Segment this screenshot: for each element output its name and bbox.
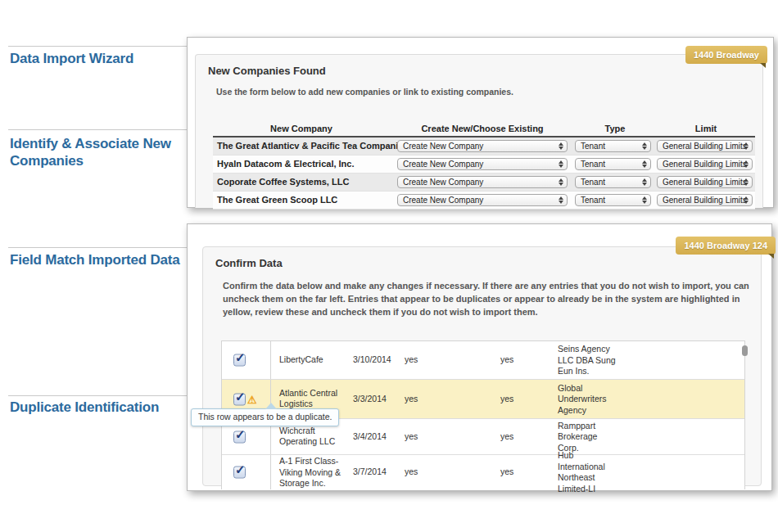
flag-cell: yes (405, 467, 418, 478)
flag-cell: yes (500, 394, 513, 405)
import-row: A-1 First Class- Viking Moving & Storage… (222, 455, 744, 489)
flag-cell: yes (405, 394, 418, 405)
row-checkbox[interactable] (233, 393, 246, 405)
step-divider (8, 395, 187, 396)
row-checkbox[interactable] (233, 354, 246, 367)
agency-cell: Global Underwriters Agency (558, 382, 607, 416)
step-label-identify-associate: Identify & Associate New Companies (10, 136, 180, 169)
select-stepper-icon (559, 178, 563, 186)
select-value: General Building Limits (663, 195, 747, 205)
agency-cell: Hub International Northeast Limited-LI (558, 450, 605, 495)
step-divider (8, 46, 187, 47)
limit-select[interactable]: General Building Limits (657, 176, 753, 188)
company-cell: LibertyCafe (279, 354, 323, 366)
select-stepper-icon (559, 196, 563, 204)
panel-title: New Companies Found (208, 65, 326, 77)
select-value: Create New Company (403, 159, 483, 169)
company-row: Coporate Coffee Systems, LLC Create New … (213, 174, 755, 192)
column-header-type: Type (605, 124, 626, 133)
select-value: Tenant (581, 195, 605, 205)
flag-cell: yes (500, 467, 513, 478)
select-stepper-icon (559, 142, 563, 150)
select-value: Create New Company (403, 141, 483, 151)
step-divider (8, 247, 187, 248)
limit-select[interactable]: General Building Limits (657, 140, 753, 152)
page: Data Import Wizard Identify & Associate … (0, 0, 778, 532)
confirm-data-card: Confirm Data Confirm the data below and … (202, 246, 762, 486)
select-stepper-icon (559, 160, 563, 168)
company-row: The Great Atlanticv & Pacific Tea Compan… (213, 138, 755, 156)
vertical-scrollbar-thumb[interactable] (742, 345, 748, 356)
panel-title: Confirm Data (215, 257, 283, 269)
select-value: General Building Limits (663, 159, 747, 169)
select-value: Create New Company (403, 177, 483, 187)
step-label-data-import-wizard: Data Import Wizard (10, 51, 180, 68)
create-choose-select[interactable]: Create New Company (397, 194, 568, 206)
column-header-create-choose: Create New/Choose Existing (421, 124, 543, 133)
date-cell: 3/7/2014 (353, 467, 387, 478)
select-stepper-icon (642, 160, 647, 168)
company-cell: Wichcraft Operating LLC (279, 426, 335, 448)
select-stepper-icon (744, 160, 749, 168)
create-choose-select[interactable]: Create New Company (397, 140, 568, 152)
flag-cell: yes (500, 354, 513, 366)
company-name: Hyaln Datacom & Electrical, Inc. (217, 156, 355, 172)
step-label-field-match: Field Match Imported Data (10, 252, 180, 269)
address-badge: 1440 Broadway 124 (676, 237, 776, 255)
company-row: The Great Green Scoop LLC Create New Com… (213, 192, 755, 210)
duplicate-warning-icon[interactable]: ⚠ (247, 393, 257, 405)
date-cell: 3/3/2014 (353, 394, 387, 405)
panel-description: Confirm the data below and make any chan… (223, 280, 753, 319)
select-value: Tenant (581, 159, 605, 169)
flag-cell: yes (405, 354, 418, 366)
new-companies-table: New Company Create New/Choose Existing T… (213, 124, 755, 210)
table-header-row: New Company Create New/Choose Existing T… (213, 124, 755, 138)
step-label-duplicate-identification: Duplicate Identification (10, 399, 180, 417)
column-header-new-company: New Company (270, 124, 332, 133)
select-stepper-icon (642, 196, 647, 204)
new-companies-card: New Companies Found Use the form below t… (195, 54, 763, 208)
import-row: LibertyCafe 3/10/2014 yes yes Seins Agen… (222, 341, 744, 380)
flag-cell: yes (500, 431, 513, 443)
create-choose-select[interactable]: Create New Company (397, 176, 568, 188)
address-badge: 1440 Broadway (685, 46, 767, 64)
flag-cell: yes (405, 431, 418, 443)
limit-select[interactable]: General Building Limits (657, 158, 753, 170)
select-value: Tenant (581, 141, 605, 151)
company-cell: Atlantic Central Logistics (279, 388, 337, 410)
agency-cell: Seins Agency LLC DBA Sung Eun Ins. (558, 344, 616, 377)
new-companies-panel: 1440 Broadway New Companies Found Use th… (187, 37, 774, 208)
select-value: General Building Limits (663, 177, 747, 187)
type-select[interactable]: Tenant (575, 140, 651, 152)
type-select[interactable]: Tenant (575, 158, 651, 170)
select-value: Tenant (581, 177, 605, 187)
limit-select[interactable]: General Building Limits (657, 194, 753, 206)
column-header-limit: Limit (695, 124, 717, 133)
company-cell: A-1 First Class- Viking Moving & Storage… (279, 456, 341, 489)
row-checkbox[interactable] (233, 431, 246, 443)
panel-subtitle: Use the form below to add new companies … (216, 87, 513, 97)
confirm-data-panel: 1440 Broadway 124 Confirm Data Confirm t… (187, 223, 772, 491)
company-name: The Great Green Scoop LLC (217, 192, 337, 208)
select-stepper-icon (744, 196, 749, 204)
select-stepper-icon (642, 142, 647, 150)
select-stepper-icon (744, 142, 749, 150)
date-cell: 3/10/2014 (353, 354, 391, 366)
company-row: Hyaln Datacom & Electrical, Inc. Create … (213, 156, 755, 174)
date-cell: 3/4/2014 (353, 431, 387, 443)
select-stepper-icon (744, 178, 749, 186)
company-name: Coporate Coffee Systems, LLC (217, 174, 349, 190)
select-stepper-icon (642, 178, 647, 186)
type-select[interactable]: Tenant (575, 194, 651, 206)
row-checkbox[interactable] (233, 467, 246, 479)
type-select[interactable]: Tenant (575, 176, 651, 188)
select-value: General Building Limits (663, 141, 747, 151)
select-value: Create New Company (403, 195, 483, 205)
create-choose-select[interactable]: Create New Company (397, 158, 568, 170)
step-divider (8, 129, 187, 130)
duplicate-tooltip: This row appears to be a duplicate. (191, 408, 339, 426)
agency-cell: Ramppart Brokerage Corp. (558, 420, 597, 453)
